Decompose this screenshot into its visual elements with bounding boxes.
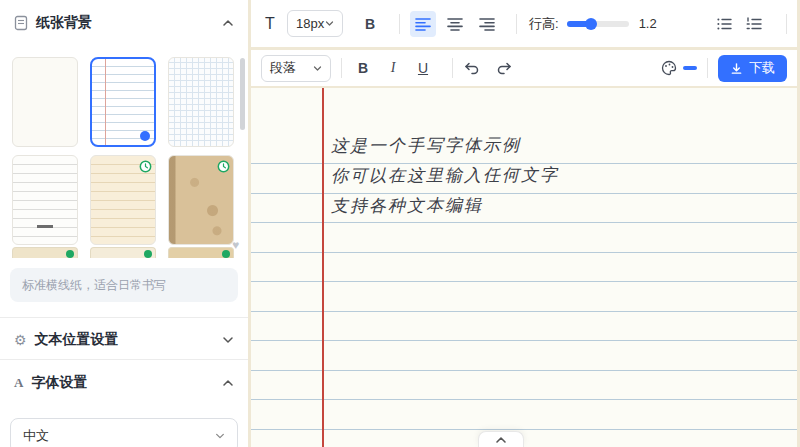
line-height-label: 行高:: [529, 15, 559, 33]
section-header-paper-background[interactable]: 纸张背景: [0, 0, 248, 32]
handwriting-app: 纸张背景: [0, 0, 800, 447]
slider-knob[interactable]: [585, 18, 597, 30]
paper-thumb-letter-lined[interactable]: [12, 155, 78, 245]
paragraph-select[interactable]: 段落: [261, 55, 331, 82]
font-size-select[interactable]: 18px: [287, 10, 343, 37]
divider: [341, 58, 342, 78]
numbered-list-icon[interactable]: [746, 16, 762, 32]
language-select-value: 中文: [23, 427, 215, 445]
collapse-panel-tab[interactable]: [478, 431, 524, 447]
chevron-down-icon: [325, 19, 334, 28]
paper-thumb-grid[interactable]: [168, 57, 234, 147]
redo-icon[interactable]: [495, 60, 513, 76]
clock-badge-icon: [66, 250, 74, 258]
bold-button[interactable]: B: [359, 16, 381, 32]
editor-panel: T 18px B 行高: 1.2: [251, 0, 797, 447]
divider: [399, 14, 400, 34]
paragraph-select-value: 段落: [270, 59, 313, 77]
heart-icon[interactable]: ♥: [232, 239, 239, 251]
current-color-swatch[interactable]: [683, 66, 697, 70]
paper-icon: [14, 15, 28, 31]
section-header-font-settings[interactable]: A 字体设置: [0, 371, 248, 395]
divider: [452, 58, 453, 78]
chevron-up-icon: [494, 435, 508, 445]
paper-thumb-partial-1[interactable]: [12, 247, 78, 258]
sidebar: 纸张背景: [0, 0, 248, 447]
toolbar-row-1: T 18px B 行高: 1.2: [251, 0, 797, 47]
paper-thumb-lined-red-margin-selected[interactable]: [90, 57, 156, 147]
download-button[interactable]: 下载: [718, 55, 787, 82]
font-icon: A: [14, 375, 23, 391]
chevron-down-icon: [215, 431, 225, 441]
clock-badge-icon: [139, 159, 152, 172]
handwritten-text[interactable]: 这是一个手写字体示例 你可以在这里输入任何文字 支持各种文本编辑: [331, 132, 559, 222]
download-icon: [730, 62, 743, 75]
paper-thumb-vintage[interactable]: [168, 155, 234, 245]
divider: [516, 14, 517, 34]
divider: [786, 14, 787, 34]
align-center-button[interactable]: [442, 11, 468, 37]
handwritten-line[interactable]: 这是一个手写字体示例: [331, 131, 559, 162]
line-height-value: 1.2: [639, 16, 657, 31]
paper-section-title: 纸张背景: [36, 14, 222, 32]
clock-badge-icon: [222, 250, 230, 258]
section-header-text-position[interactable]: ⚙ 文本位置设置: [0, 328, 248, 352]
align-left-button[interactable]: [410, 11, 436, 37]
divider: [0, 317, 248, 318]
language-select[interactable]: 中文: [10, 418, 238, 447]
font-size-value: 18px: [296, 16, 325, 31]
palette-icon[interactable]: [661, 60, 677, 76]
text-tool-icon[interactable]: T: [261, 15, 279, 33]
paper-thumbnail-grid: [12, 57, 234, 245]
divider: [707, 58, 708, 78]
line-height-slider[interactable]: [567, 21, 629, 27]
chevron-up-icon[interactable]: [222, 17, 234, 29]
selected-dot-badge: [140, 131, 150, 141]
bullet-list-icon[interactable]: [716, 16, 732, 32]
paper-description: 标准横线纸，适合日常书写: [10, 268, 238, 302]
chevron-up-icon[interactable]: [222, 377, 234, 389]
divider: [0, 359, 248, 360]
red-margin-line: [322, 88, 324, 447]
align-right-button[interactable]: [474, 11, 500, 37]
underline-button[interactable]: U: [412, 60, 434, 76]
toolbar-row-2: 段落 B I U: [251, 50, 797, 86]
chevron-down-icon: [313, 64, 322, 73]
download-label: 下载: [749, 59, 775, 77]
text-position-section-title: 文本位置设置: [35, 331, 222, 349]
handwritten-line[interactable]: 你可以在这里输入任何文字: [331, 161, 559, 192]
paper-thumb-blank[interactable]: [12, 57, 78, 147]
undo-icon[interactable]: [463, 60, 481, 76]
sidebar-scrollbar[interactable]: [240, 58, 245, 130]
paper-canvas[interactable]: 这是一个手写字体示例 你可以在这里输入任何文字 支持各种文本编辑: [251, 88, 797, 447]
gear-icon: ⚙: [14, 333, 27, 347]
bold-button-2[interactable]: B: [352, 60, 374, 76]
clock-badge-icon: [217, 159, 230, 172]
paper-thumb-partial-3[interactable]: [168, 247, 234, 258]
handwritten-line[interactable]: 支持各种文本编辑: [331, 191, 559, 222]
paper-thumb-partial-2[interactable]: [90, 247, 156, 258]
chevron-down-icon[interactable]: [222, 334, 234, 346]
italic-button[interactable]: I: [382, 60, 404, 76]
font-section-title: 字体设置: [31, 374, 222, 392]
clock-badge-icon: [144, 250, 152, 258]
paper-thumb-cream-lined[interactable]: [90, 155, 156, 245]
